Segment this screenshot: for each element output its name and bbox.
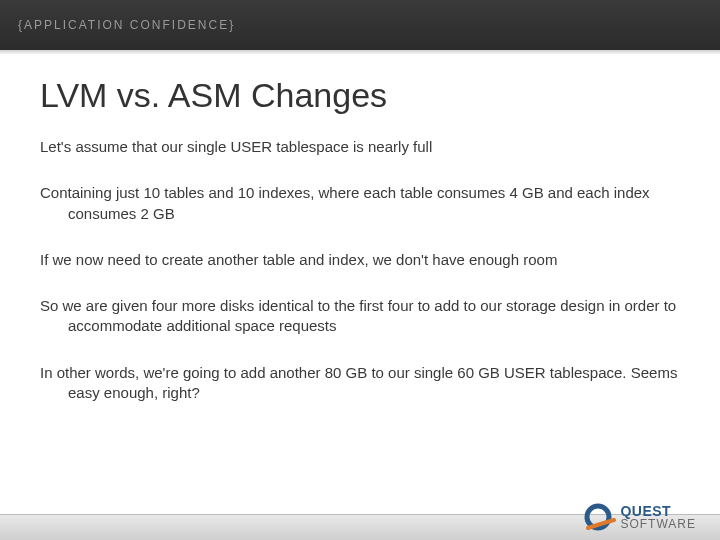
paragraph-text: Let's assume that our single USER tables…	[40, 137, 680, 157]
paragraph-text: Containing just 10 tables and 10 indexes…	[40, 183, 680, 224]
slide-title: LVM vs. ASM Changes	[40, 76, 680, 115]
paragraph-text: If we now need to create another table a…	[40, 250, 680, 270]
paragraph-text: In other words, we're going to add anoth…	[40, 363, 680, 404]
slide-paragraph: Containing just 10 tables and 10 indexes…	[40, 183, 680, 224]
footer: QUEST SOFTWARE	[0, 496, 720, 540]
slide-paragraph: In other words, we're going to add anoth…	[40, 363, 680, 404]
slide-paragraph: If we now need to create another table a…	[40, 250, 680, 270]
header-bar: {APPLICATION CONFIDENCE}	[0, 0, 720, 50]
paragraph-text: So we are given four more disks identica…	[40, 296, 680, 337]
slide-paragraph: So we are given four more disks identica…	[40, 296, 680, 337]
slide-paragraph: Let's assume that our single USER tables…	[40, 137, 680, 157]
logo-line1: QUEST	[620, 504, 696, 518]
logo-text: QUEST SOFTWARE	[620, 504, 696, 530]
logo-line2: SOFTWARE	[620, 518, 696, 530]
header-tagline: {APPLICATION CONFIDENCE}	[18, 18, 235, 32]
quest-q-icon	[582, 500, 616, 534]
slide-content: LVM vs. ASM Changes Let's assume that ou…	[0, 54, 720, 403]
brand-logo: QUEST SOFTWARE	[582, 500, 696, 534]
